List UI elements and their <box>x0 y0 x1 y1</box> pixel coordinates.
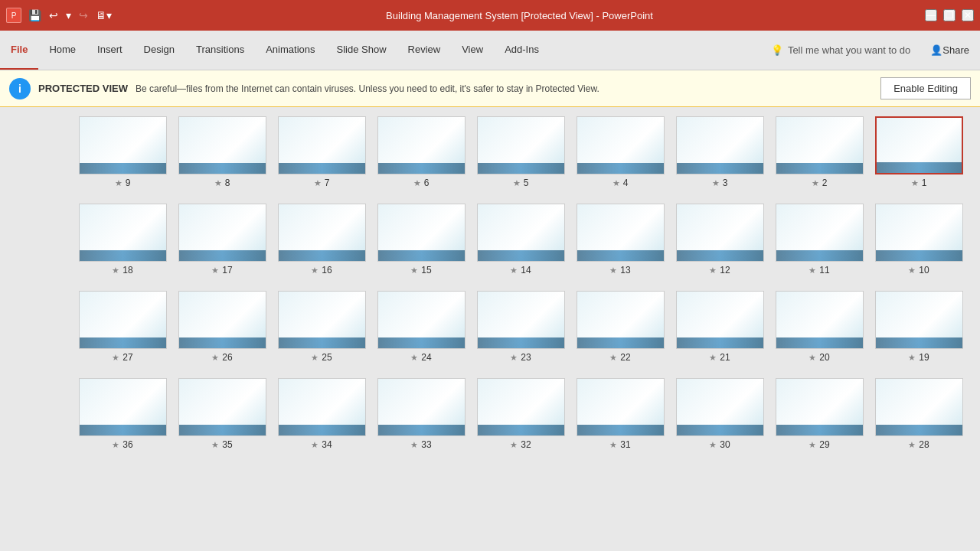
slide-meta: ★12 <box>709 265 730 276</box>
slide-thumb-inner <box>80 292 166 348</box>
slide-item[interactable]: ★26 <box>176 291 268 363</box>
slide-thumbnail[interactable] <box>377 378 466 436</box>
slide-item[interactable]: ★11 <box>773 204 865 276</box>
tab-view[interactable]: View <box>451 31 494 70</box>
slide-item[interactable]: ★13 <box>574 204 666 276</box>
slide-thumbnail[interactable] <box>577 204 665 262</box>
slide-item[interactable]: ★1 <box>873 116 965 188</box>
slide-item[interactable]: ★22 <box>574 291 666 363</box>
slide-thumbnail[interactable] <box>676 378 764 436</box>
slide-thumbnail[interactable] <box>79 378 167 436</box>
slide-item[interactable]: ★12 <box>674 204 766 276</box>
slide-thumbnail[interactable] <box>676 116 764 174</box>
slide-item[interactable]: ★7 <box>276 116 368 188</box>
slide-item[interactable]: ★16 <box>276 204 368 276</box>
slide-item[interactable]: ★27 <box>77 291 168 363</box>
slide-item[interactable]: ★3 <box>674 116 766 188</box>
slide-item[interactable]: ★33 <box>375 378 467 450</box>
undo-dropdown[interactable]: ▾ <box>64 8 74 23</box>
slide-star-icon: ★ <box>410 266 418 276</box>
slide-thumbnail[interactable] <box>477 291 565 349</box>
slide-thumbnail[interactable] <box>875 116 963 174</box>
enable-editing-button[interactable]: Enable Editing <box>880 77 971 99</box>
slide-thumbnail[interactable] <box>377 204 466 262</box>
slide-thumbnail[interactable] <box>79 204 167 262</box>
slide-thumbnail[interactable] <box>278 204 366 262</box>
slide-item[interactable]: ★23 <box>475 291 567 363</box>
slide-item[interactable]: ★10 <box>873 204 965 276</box>
undo-button[interactable]: ↩ <box>47 8 60 23</box>
share-button[interactable]: 👤 Share <box>920 31 980 70</box>
slide-thumbnail[interactable] <box>79 291 167 349</box>
slide-thumbnail[interactable] <box>178 116 266 174</box>
slide-item[interactable]: ★25 <box>276 291 368 363</box>
redo-button[interactable]: ↪ <box>77 8 90 23</box>
tab-animations[interactable]: Animations <box>255 31 325 70</box>
slide-item[interactable]: ★35 <box>176 378 268 450</box>
slide-thumbnail[interactable] <box>776 378 864 436</box>
tab-review[interactable]: Review <box>397 31 452 70</box>
slide-item[interactable]: ★20 <box>773 291 865 363</box>
slide-thumbnail[interactable] <box>477 116 565 174</box>
slide-thumbnail[interactable] <box>577 378 665 436</box>
slide-item[interactable]: ★18 <box>77 204 168 276</box>
slide-thumbnail[interactable] <box>875 291 963 349</box>
slide-item[interactable]: ★15 <box>375 204 467 276</box>
slide-item[interactable]: ★24 <box>375 291 467 363</box>
ribbon-search[interactable]: 💡 Tell me what you want to do <box>762 31 920 70</box>
quick-access-toolbar: 💾 ↩ ▾ ↪ 🖥▾ <box>26 8 114 23</box>
slide-thumbnail[interactable] <box>776 116 864 174</box>
slide-thumbnail[interactable] <box>676 291 764 349</box>
slide-thumbnail[interactable] <box>278 291 366 349</box>
slide-thumbnail[interactable] <box>377 291 466 349</box>
slide-item[interactable]: ★34 <box>276 378 368 450</box>
slide-item[interactable]: ★36 <box>77 378 168 450</box>
tab-slideshow[interactable]: Slide Show <box>326 31 397 70</box>
slide-star-icon: ★ <box>812 178 819 188</box>
tab-home[interactable]: Home <box>38 31 87 70</box>
slide-item[interactable]: ★14 <box>475 204 567 276</box>
slide-item[interactable]: ★9 <box>77 116 168 188</box>
tab-file[interactable]: File <box>0 31 38 70</box>
slide-thumbnail[interactable] <box>477 204 565 262</box>
slide-thumbnail[interactable] <box>178 204 266 262</box>
slide-star-icon: ★ <box>214 178 222 188</box>
restore-button[interactable]: ❐ <box>943 9 956 21</box>
tab-addins[interactable]: Add-Ins <box>494 31 550 70</box>
slide-thumbnail[interactable] <box>477 378 565 436</box>
slide-thumbnail[interactable] <box>278 116 366 174</box>
slide-thumbnail[interactable] <box>875 204 963 262</box>
slide-item[interactable]: ★19 <box>873 291 965 363</box>
slide-item[interactable]: ★31 <box>574 378 666 450</box>
tab-transitions[interactable]: Transitions <box>185 31 255 70</box>
slide-item[interactable]: ★6 <box>375 116 467 188</box>
slide-item[interactable]: ★21 <box>674 291 766 363</box>
slide-item[interactable]: ★28 <box>873 378 965 450</box>
slide-thumbnail[interactable] <box>676 204 764 262</box>
slide-item[interactable]: ★8 <box>176 116 268 188</box>
slide-thumbnail[interactable] <box>577 291 665 349</box>
slide-thumbnail[interactable] <box>776 204 864 262</box>
slide-item[interactable]: ★32 <box>475 378 567 450</box>
close-button[interactable]: ✕ <box>962 9 974 21</box>
slide-number: 5 <box>524 178 529 188</box>
slide-item[interactable]: ★17 <box>176 204 268 276</box>
tab-design[interactable]: Design <box>133 31 185 70</box>
slide-item[interactable]: ★5 <box>475 116 567 188</box>
slide-item[interactable]: ★2 <box>773 116 865 188</box>
customize-button[interactable]: 🖥▾ <box>93 8 114 23</box>
slide-thumbnail[interactable] <box>875 378 963 436</box>
slide-thumbnail[interactable] <box>577 116 665 174</box>
slide-item[interactable]: ★30 <box>674 378 766 450</box>
slide-item[interactable]: ★4 <box>574 116 666 188</box>
minimize-button[interactable]: — <box>925 9 937 21</box>
slide-thumbnail[interactable] <box>178 291 266 349</box>
slide-thumbnail[interactable] <box>776 291 864 349</box>
slide-thumbnail[interactable] <box>178 378 266 436</box>
tab-insert[interactable]: Insert <box>87 31 133 70</box>
slide-thumbnail[interactable] <box>377 116 466 174</box>
slide-item[interactable]: ★29 <box>773 378 865 450</box>
slide-thumbnail[interactable] <box>79 116 167 174</box>
save-button[interactable]: 💾 <box>26 8 44 23</box>
slide-thumbnail[interactable] <box>278 378 366 436</box>
